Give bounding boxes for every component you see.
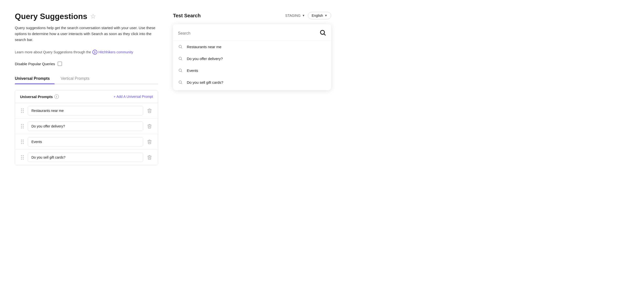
suggestion-text-1: Restaurants near me: [187, 45, 222, 49]
suggestion-search-icon: [178, 56, 183, 61]
prompt-row: [15, 103, 158, 118]
delete-prompt-1-button[interactable]: [146, 107, 153, 114]
staging-label: STAGING: [285, 14, 300, 18]
suggestion-search-icon: [178, 44, 183, 49]
language-dropdown[interactable]: English ▼: [308, 12, 331, 19]
staging-chevron-icon: ▼: [302, 14, 305, 17]
svg-line-9: [181, 83, 182, 84]
language-chevron-icon: ▼: [324, 14, 328, 17]
delete-prompt-3-button[interactable]: [146, 138, 153, 145]
language-label: English: [312, 14, 323, 18]
hitchhikers-link[interactable]: ⟫ Hitchhikers community: [92, 50, 133, 54]
svg-line-5: [181, 59, 182, 60]
svg-point-2: [179, 45, 182, 48]
prompt-input-3[interactable]: [28, 137, 143, 146]
page-description: Query suggestions help get the search co…: [15, 25, 158, 43]
drag-handle[interactable]: [20, 138, 25, 145]
delete-prompt-2-button[interactable]: [146, 123, 153, 130]
prompt-row: [15, 134, 158, 150]
test-search-input[interactable]: [178, 31, 316, 36]
drag-handle[interactable]: [20, 123, 25, 130]
test-search-controls: STAGING ▼ English ▼: [285, 12, 331, 19]
prompt-input-2[interactable]: [28, 122, 143, 131]
delete-prompt-4-button[interactable]: [146, 154, 153, 161]
search-input-row: [173, 26, 331, 41]
suggestion-item[interactable]: Restaurants near me: [173, 41, 331, 52]
test-search-title: Test Search: [173, 13, 201, 18]
prompt-row: [15, 150, 158, 165]
suggestion-text-2: Do you offer delivery?: [187, 56, 223, 61]
table-header: Universal Prompts i + Add A Universal Pr…: [15, 90, 158, 103]
hitchhikers-link-text: Hitchhikers community: [98, 50, 133, 54]
suggestion-search-icon: [178, 80, 183, 85]
test-search-header: Test Search STAGING ▼ English ▼: [173, 12, 331, 19]
disable-label: Disable Popular Queries: [15, 62, 55, 66]
universal-prompts-header-label: Universal Prompts: [20, 94, 53, 99]
left-panel: Query Suggestions ☆ Query suggestions he…: [15, 12, 158, 165]
prompt-input-4[interactable]: [28, 153, 143, 162]
svg-line-7: [181, 71, 182, 72]
disable-popular-queries-row: Disable Popular Queries: [15, 62, 158, 66]
learn-more-row: Learn more about Query Suggestions throu…: [15, 50, 158, 54]
learn-more-prefix: Learn more about Query Suggestions throu…: [15, 50, 91, 54]
universal-prompts-table: Universal Prompts i + Add A Universal Pr…: [15, 90, 158, 165]
test-search-box: Restaurants near me Do you offer deliver…: [173, 24, 331, 90]
suggestion-text-4: Do you sell gift cards?: [187, 80, 224, 84]
right-panel: Test Search STAGING ▼ English ▼: [173, 12, 331, 165]
info-icon[interactable]: i: [54, 94, 59, 99]
drag-handle[interactable]: [20, 108, 25, 114]
svg-point-6: [179, 69, 182, 72]
prompt-row: [15, 118, 158, 134]
search-icon[interactable]: [319, 29, 326, 38]
suggestion-item[interactable]: Do you sell gift cards?: [173, 76, 331, 88]
add-universal-prompt-button[interactable]: + Add A Universal Prompt: [114, 94, 153, 98]
suggestion-search-icon: [178, 68, 183, 73]
page-title: Query Suggestions: [15, 12, 87, 21]
tab-universal-prompts[interactable]: Universal Prompts: [15, 74, 54, 84]
suggestion-item[interactable]: Events: [173, 64, 331, 76]
suggestion-item[interactable]: Do you offer delivery?: [173, 52, 331, 64]
disable-popular-queries-checkbox[interactable]: [58, 62, 62, 66]
svg-point-8: [179, 81, 182, 84]
svg-line-3: [181, 48, 182, 48]
tab-vertical-prompts[interactable]: Vertical Prompts: [60, 74, 94, 84]
drag-handle[interactable]: [20, 154, 25, 160]
title-row: Query Suggestions ☆: [15, 12, 158, 21]
svg-line-1: [324, 34, 325, 35]
favorite-star-icon[interactable]: ☆: [90, 12, 96, 20]
suggestion-text-3: Events: [187, 68, 198, 73]
table-header-title-group: Universal Prompts i: [20, 94, 59, 99]
svg-point-4: [179, 57, 182, 60]
tabs-container: Universal Prompts Vertical Prompts: [15, 74, 158, 84]
hitchhikers-icon: ⟫: [92, 50, 97, 54]
prompt-input-1[interactable]: [28, 106, 143, 115]
staging-dropdown[interactable]: STAGING ▼: [285, 14, 305, 18]
